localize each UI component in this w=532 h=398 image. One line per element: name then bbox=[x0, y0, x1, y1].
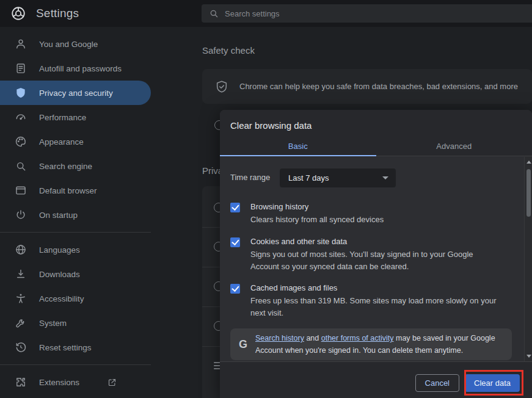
sidebar-item-label: Accessibility bbox=[39, 294, 84, 303]
sidebar-item-you-and-google[interactable]: You and Google bbox=[0, 32, 151, 56]
sidebar-item-label: Languages bbox=[39, 245, 80, 255]
person-icon bbox=[15, 38, 27, 50]
page-title: Settings bbox=[36, 7, 79, 20]
browser-icon bbox=[15, 184, 27, 197]
scroll-down-icon[interactable] bbox=[527, 355, 531, 358]
sidebar-item-label: Search engine bbox=[39, 162, 92, 171]
dialog-header: Clear browsing data Basic Advanced bbox=[220, 110, 532, 156]
puzzle-icon bbox=[15, 376, 27, 388]
option-label: Browsing history bbox=[250, 201, 384, 212]
dialog-footer: Cancel Clear data bbox=[220, 361, 532, 398]
power-icon bbox=[15, 209, 27, 221]
chrome-logo-icon bbox=[10, 5, 26, 21]
safety-check-heading: Safety check bbox=[202, 45, 255, 56]
cancel-button[interactable]: Cancel bbox=[415, 374, 459, 392]
sidebar: You and Google Autofill and passwords Pr… bbox=[0, 27, 151, 394]
clear-browsing-data-dialog: Clear browsing data Basic Advanced Time … bbox=[220, 110, 532, 398]
sidebar-item-label: On startup bbox=[39, 211, 78, 220]
checkbox-browsing-history[interactable] bbox=[230, 203, 240, 212]
sidebar-item-label: Extensions bbox=[39, 378, 79, 387]
sidebar-item-label: Reset settings bbox=[39, 343, 92, 352]
sidebar-item-downloads[interactable]: Downloads bbox=[0, 262, 151, 286]
google-notice-text: Search history and other forms of activi… bbox=[255, 332, 503, 356]
google-account-notice: G Search history and other forms of acti… bbox=[230, 328, 512, 360]
scrollbar-thumb[interactable] bbox=[527, 169, 531, 217]
shield-check-icon bbox=[215, 80, 228, 93]
scroll-up-icon[interactable] bbox=[527, 161, 531, 164]
sidebar-item-default-browser[interactable]: Default browser bbox=[0, 178, 151, 203]
sidebar-item-on-startup[interactable]: On startup bbox=[0, 203, 151, 227]
sidebar-item-label: Downloads bbox=[39, 270, 80, 279]
chevron-down-icon bbox=[382, 176, 388, 179]
sidebar-item-system[interactable]: System bbox=[0, 311, 151, 335]
search-icon bbox=[209, 9, 219, 18]
safety-check-description: Chrome can help keep you safe from data … bbox=[239, 82, 518, 91]
reset-icon bbox=[15, 341, 27, 353]
option-description: Clears history from all synced devices bbox=[250, 214, 384, 226]
search-engine-icon bbox=[15, 160, 27, 172]
tab-basic[interactable]: Basic bbox=[220, 136, 376, 156]
sidebar-item-label: Autofill and passwords bbox=[39, 64, 122, 73]
dialog-title: Clear browsing data bbox=[230, 120, 312, 131]
shield-icon bbox=[15, 87, 27, 99]
sidebar-item-label: Appearance bbox=[39, 137, 84, 147]
sidebar-item-languages[interactable]: Languages bbox=[0, 237, 151, 262]
sidebar-item-reset-settings[interactable]: Reset settings bbox=[0, 335, 151, 360]
accessibility-icon bbox=[15, 292, 27, 305]
option-label: Cookies and other site data bbox=[250, 236, 500, 247]
option-cached-images: Cached images and files Frees up less th… bbox=[230, 282, 500, 319]
sidebar-item-label: You and Google bbox=[39, 40, 98, 49]
safety-check-card: Chrome can help keep you safe from data … bbox=[202, 69, 532, 104]
tab-advanced[interactable]: Advanced bbox=[376, 136, 532, 156]
palette-icon bbox=[15, 136, 27, 148]
sidebar-item-search-engine[interactable]: Search engine bbox=[0, 154, 151, 178]
settings-search[interactable] bbox=[202, 4, 532, 23]
sidebar-item-autofill[interactable]: Autofill and passwords bbox=[0, 56, 151, 81]
sidebar-item-label: System bbox=[39, 319, 67, 328]
external-link-icon bbox=[107, 378, 117, 387]
top-bar: Settings bbox=[0, 0, 532, 27]
sidebar-item-label: Performance bbox=[39, 113, 86, 122]
sidebar-item-performance[interactable]: Performance bbox=[0, 105, 151, 129]
option-label: Cached images and files bbox=[250, 282, 500, 294]
checkbox-cached-images[interactable] bbox=[230, 284, 240, 294]
time-range-select[interactable]: Last 7 days bbox=[280, 168, 396, 187]
chrome-settings-window: Settings You and Google Autofill and pas… bbox=[0, 0, 532, 398]
wrench-icon bbox=[15, 317, 27, 329]
option-browsing-history: Browsing history Clears history from all… bbox=[230, 201, 500, 226]
option-description: Signs you out of most sites. You'll stay… bbox=[250, 248, 500, 273]
sidebar-item-extensions[interactable]: Extensions bbox=[0, 370, 151, 394]
sidebar-item-label: Default browser bbox=[39, 186, 97, 195]
dialog-scrollbar[interactable] bbox=[524, 157, 532, 361]
other-activity-link[interactable]: other forms of activity bbox=[321, 334, 394, 342]
checkbox-cookies[interactable] bbox=[230, 237, 240, 247]
search-input[interactable] bbox=[225, 9, 525, 18]
speedometer-icon bbox=[15, 111, 27, 123]
sidebar-item-accessibility[interactable]: Accessibility bbox=[0, 286, 151, 311]
sidebar-item-appearance[interactable]: Appearance bbox=[0, 129, 151, 154]
autofill-icon bbox=[15, 62, 27, 74]
sidebar-item-privacy-and-security[interactable]: Privacy and security bbox=[0, 81, 151, 105]
sidebar-item-label: Privacy and security bbox=[39, 89, 113, 98]
globe-icon bbox=[15, 244, 27, 256]
sidebar-divider bbox=[0, 232, 151, 233]
option-cookies: Cookies and other site data Signs you ou… bbox=[230, 236, 500, 273]
dialog-tabs: Basic Advanced bbox=[220, 136, 532, 156]
time-range-label: Time range bbox=[230, 173, 270, 182]
clear-data-button[interactable]: Clear data bbox=[465, 374, 520, 392]
search-history-link[interactable]: Search history bbox=[255, 334, 304, 342]
sidebar-divider bbox=[0, 364, 151, 365]
option-description: Frees up less than 319 MB. Some sites ma… bbox=[250, 295, 500, 319]
notice-text: and bbox=[304, 334, 321, 342]
time-range-value: Last 7 days bbox=[288, 173, 382, 183]
google-logo-icon: G bbox=[239, 338, 247, 351]
download-icon bbox=[15, 268, 27, 280]
